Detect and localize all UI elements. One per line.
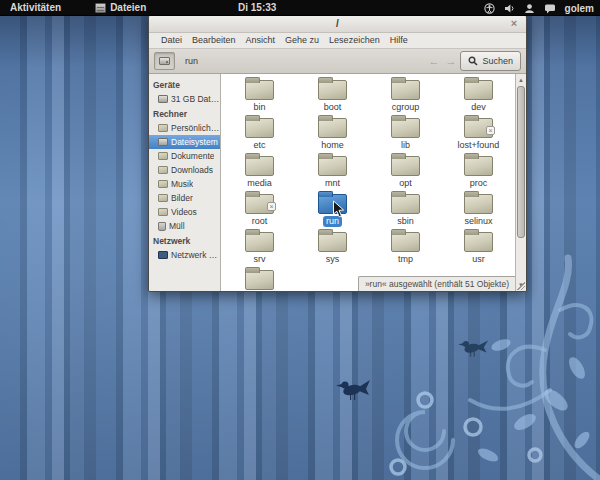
clock[interactable]: Di 15:33 [238, 0, 276, 16]
sidebar-item-netzwerk-du-[interactable]: Netzwerk du… [149, 248, 220, 262]
sidebar-item-label: Bilder [171, 193, 193, 203]
root-crumb-button[interactable] [154, 52, 175, 70]
search-button[interactable]: Suchen [460, 51, 521, 71]
file-item-media[interactable]: media [223, 153, 296, 191]
folder-icon [158, 166, 168, 174]
file-item-mnt[interactable]: mnt [296, 153, 369, 191]
username-menu[interactable]: golem [565, 3, 594, 14]
file-item-lost-found[interactable]: ×lost+found [442, 115, 515, 153]
folder-icon [464, 156, 493, 176]
sidebar-item-label: Dateisystem [171, 137, 218, 147]
scrollbar-thumb[interactable] [517, 86, 525, 238]
folder-icon [318, 156, 347, 176]
sidebar-item-dokumente[interactable]: Dokumente [149, 149, 220, 163]
user-icon[interactable] [524, 3, 535, 14]
file-item-dev[interactable]: dev [442, 77, 515, 115]
file-label: opt [396, 178, 415, 189]
chat-bubble-icon[interactable] [544, 3, 556, 14]
sidebar-item-label: Videos [171, 207, 197, 217]
sidebar-section-netzwerk: Netzwerk [149, 233, 220, 248]
volume-icon[interactable] [504, 3, 515, 14]
file-item-bin[interactable]: bin [223, 77, 296, 115]
file-item-sbin[interactable]: sbin [369, 191, 442, 229]
file-label: home [318, 140, 347, 151]
activities-button[interactable]: Aktivitäten [0, 0, 71, 16]
file-label: lib [398, 140, 413, 151]
file-label: srv [251, 254, 269, 265]
no-access-emblem-icon: × [486, 126, 495, 135]
menu-ansicht[interactable]: Ansicht [241, 33, 281, 48]
file-label: boot [321, 102, 345, 113]
close-button[interactable]: × [507, 17, 521, 31]
sidebar-item-label: Musik [171, 179, 193, 189]
accessibility-icon[interactable] [484, 3, 495, 14]
places-sidebar: Geräte31 GB Dateis…RechnerPersönlicher …… [149, 74, 221, 291]
file-item-opt[interactable]: opt [369, 153, 442, 191]
file-item-root[interactable]: ×root [223, 191, 296, 229]
sidebar-item-label: Müll [169, 221, 185, 231]
file-item-selinux[interactable]: selinux [442, 191, 515, 229]
vertical-scrollbar[interactable]: ▲ ▼ [515, 74, 526, 291]
icon-view[interactable]: binbootcgroupdevetchomelib×lost+foundmed… [221, 74, 526, 291]
file-label: mnt [322, 178, 343, 189]
folder-icon [464, 232, 493, 252]
file-item-boot[interactable]: boot [296, 77, 369, 115]
folder-icon [245, 232, 274, 252]
nav-arrows: ← → [428, 52, 456, 70]
file-item-usr[interactable]: usr [442, 229, 515, 267]
sidebar-item-bilder[interactable]: Bilder [149, 191, 220, 205]
file-item-lib[interactable]: lib [369, 115, 442, 153]
back-icon[interactable]: ← [428, 52, 439, 70]
folder-icon [158, 208, 168, 216]
file-label: root [249, 216, 271, 227]
no-access-emblem-icon: × [267, 202, 276, 211]
menu-lesezeichen[interactable]: Lesezeichen [324, 33, 385, 48]
folder-icon [158, 124, 168, 132]
folder-icon [464, 80, 493, 100]
window-titlebar[interactable]: / × [149, 15, 526, 33]
menu-bearbeiten[interactable]: Bearbeiten [187, 33, 241, 48]
folder-icon: × [464, 118, 493, 138]
file-item-etc[interactable]: etc [223, 115, 296, 153]
sidebar-section-rechner: Rechner [149, 106, 220, 121]
file-item-sys[interactable]: sys [296, 229, 369, 267]
sidebar-item-m-ll[interactable]: Müll [149, 219, 220, 233]
sidebar-item-downloads[interactable]: Downloads [149, 163, 220, 177]
sidebar-item-videos[interactable]: Videos [149, 205, 220, 219]
file-label: sys [323, 254, 343, 265]
file-item-clipped[interactable] [223, 267, 296, 291]
sidebar-section-geräte: Geräte [149, 77, 220, 92]
filesystem-icon [159, 57, 170, 65]
menu-gehe-zu[interactable]: Gehe zu [280, 33, 324, 48]
file-label: sbin [394, 216, 417, 227]
file-item-home[interactable]: home [296, 115, 369, 153]
trash-icon [158, 222, 166, 231]
folder-icon [391, 156, 420, 176]
forward-icon[interactable]: → [445, 52, 456, 70]
mouse-cursor [332, 200, 345, 219]
folder-icon [391, 80, 420, 100]
file-item-proc[interactable]: proc [442, 153, 515, 191]
folder-icon [391, 118, 420, 138]
folder-icon [464, 194, 493, 214]
sidebar-item-31-gb-dateis-[interactable]: 31 GB Dateis… [149, 92, 220, 106]
menu-hilfe[interactable]: Hilfe [385, 33, 413, 48]
status-bar: »run« ausgewählt (enthält 51 Objekte) [358, 276, 515, 291]
resize-grip[interactable] [517, 282, 525, 290]
file-item-cgroup[interactable]: cgroup [369, 77, 442, 115]
system-tray: golem [484, 0, 594, 16]
file-item-srv[interactable]: srv [223, 229, 296, 267]
window-body: Geräte31 GB Dateis…RechnerPersönlicher …… [149, 74, 526, 291]
scroll-up-icon[interactable]: ▲ [516, 75, 526, 85]
path-crumb-run[interactable]: run [179, 52, 204, 70]
file-item-tmp[interactable]: tmp [369, 229, 442, 267]
file-label: etc [250, 140, 268, 151]
file-label: bin [250, 102, 268, 113]
sidebar-item-dateisystem[interactable]: Dateisystem [149, 135, 220, 149]
sidebar-item-musik[interactable]: Musik [149, 177, 220, 191]
sidebar-item-label: Dokumente [171, 151, 214, 161]
files-app-icon [95, 3, 106, 13]
sidebar-item-pers-nlicher-[interactable]: Persönlicher … [149, 121, 220, 135]
menu-datei[interactable]: Datei [156, 33, 187, 48]
app-menu-button[interactable]: Dateien [95, 2, 146, 13]
